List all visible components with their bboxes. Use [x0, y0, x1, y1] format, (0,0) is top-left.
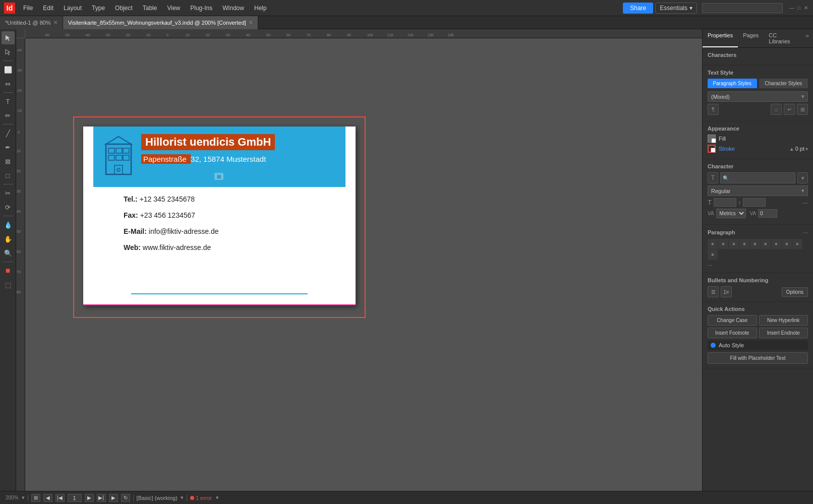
direct-selection-tool[interactable]: [2, 45, 15, 58]
align-justify-center-btn[interactable]: ≡: [761, 239, 771, 249]
new-hyperlink-btn[interactable]: New Hyperlink: [759, 315, 808, 326]
font-size-input[interactable]: [714, 198, 736, 207]
align-justify-left-btn[interactable]: ≡: [750, 239, 760, 249]
menu-file[interactable]: File: [19, 4, 37, 13]
font-search-input[interactable]: [729, 175, 793, 181]
fill-row: Fill: [708, 135, 808, 143]
menu-window[interactable]: Window: [218, 4, 248, 13]
panel-expand-icon[interactable]: »: [801, 29, 813, 47]
align-left-btn[interactable]: ≡: [708, 239, 718, 249]
fit-page-btn[interactable]: ⊞: [31, 494, 40, 502]
menu-layout[interactable]: Layout: [60, 4, 86, 13]
numbering-icon[interactable]: 1≡: [721, 286, 732, 297]
tab-visitenkarte[interactable]: Visitenkarte_85x55mm_Wohnungsverkauf_v3.…: [63, 16, 258, 29]
pencil-tool[interactable]: ✏: [2, 109, 15, 122]
type-tool[interactable]: T: [2, 95, 15, 108]
mode-btn[interactable]: ⬚: [2, 278, 15, 291]
line-tool[interactable]: ╱: [2, 127, 15, 140]
minimize-icon[interactable]: —: [789, 5, 795, 11]
char-size-row: T ↕ ···: [708, 198, 808, 207]
pen-tool[interactable]: ✒: [2, 141, 15, 154]
play-btn[interactable]: ▶: [109, 494, 118, 502]
align-all-btn[interactable]: ≡: [782, 239, 792, 249]
essentials-button[interactable]: Essentials ▾: [655, 3, 697, 14]
menu-plugins[interactable]: Plug-Ins: [186, 4, 216, 13]
error-expand-icon[interactable]: ▾: [216, 494, 219, 501]
page-white[interactable]: Hillorist uendicis GmbH Papenstraße 32, …: [83, 127, 356, 305]
zoom-tool[interactable]: 🔍: [2, 246, 15, 260]
hand-tool[interactable]: ✋: [2, 232, 15, 245]
align-justify-right-btn[interactable]: ≡: [771, 239, 781, 249]
mixed-dropdown[interactable]: (Mixed) ▾: [708, 91, 808, 102]
cc-libraries-tab[interactable]: CC Libraries: [764, 29, 801, 47]
zoom-value[interactable]: 200%: [4, 494, 20, 501]
rectangle-frame-tool[interactable]: ⊠: [2, 155, 15, 168]
font-style-dropdown[interactable]: Regular ▾: [708, 185, 808, 196]
page-number-input[interactable]: [68, 494, 82, 502]
menu-edit[interactable]: Edit: [39, 4, 57, 13]
close-icon[interactable]: ✕: [803, 5, 809, 11]
fill-placeholder-btn[interactable]: Fill with Placeholder Text: [708, 352, 808, 364]
menu-table[interactable]: Table: [139, 4, 161, 13]
stroke-unit-dropdown[interactable]: ▾: [805, 146, 808, 152]
tab-untitled[interactable]: *Untitled-1 @ 80% ✕: [0, 16, 63, 29]
paragraph-styles-btn[interactable]: Paragraph Styles: [708, 79, 757, 88]
eyedropper-tool[interactable]: 💧: [2, 218, 15, 231]
document-area: Hillorist uendicis GmbH Papenstraße 32, …: [25, 38, 702, 491]
para-icon-1[interactable]: ¶: [708, 104, 719, 115]
para-more-icon[interactable]: ···: [803, 229, 808, 236]
fax-line: Fax: +23 456 1234567: [93, 207, 345, 223]
fill-stroke-icon[interactable]: ■: [2, 264, 15, 277]
stroke-swatch[interactable]: [708, 145, 716, 153]
menu-help[interactable]: Help: [250, 4, 271, 13]
tracking-input[interactable]: [758, 209, 777, 218]
stroke-label[interactable]: Stroke: [719, 146, 786, 152]
menu-object[interactable]: Object: [111, 4, 137, 13]
prev-page-btn[interactable]: ◀: [43, 494, 52, 502]
tab-close-icon-active[interactable]: ✕: [249, 20, 253, 25]
properties-tab[interactable]: Properties: [703, 29, 738, 47]
para-icon-2[interactable]: ⌂: [771, 104, 782, 115]
character-styles-btn[interactable]: Character Styles: [759, 79, 808, 88]
first-page-btn[interactable]: |◀: [55, 494, 65, 502]
zoom-dropdown-arrow[interactable]: ▾: [22, 494, 25, 501]
insert-footnote-btn[interactable]: Insert Footnote: [708, 328, 757, 338]
canvas-area[interactable]: -60 -50 -40 -30 -20 -10 0 10 20 30 40 50…: [16, 29, 702, 491]
maximize-icon[interactable]: □: [796, 5, 802, 11]
menu-view[interactable]: View: [163, 4, 184, 13]
tab-close-icon[interactable]: ✕: [53, 20, 57, 25]
style-dropdown-icon[interactable]: ▾: [181, 494, 184, 501]
bullets-options-btn[interactable]: Options: [782, 287, 808, 297]
para-icon-4[interactable]: ⊞: [797, 104, 808, 115]
share-button[interactable]: Share: [623, 3, 653, 14]
leading-input[interactable]: [743, 198, 766, 207]
para-more-dots[interactable]: ···: [708, 262, 713, 269]
bullets-icon[interactable]: ☰: [708, 286, 719, 297]
para-icon-3[interactable]: ↵: [784, 104, 795, 115]
gap-tool[interactable]: ⇔: [2, 77, 15, 90]
align-right-btn[interactable]: ≡: [729, 239, 739, 249]
kerning-select[interactable]: Metrics Optical: [716, 209, 746, 218]
insert-endnote-btn[interactable]: Insert Endnote: [759, 328, 808, 338]
error-status[interactable]: 1 error: [190, 495, 212, 501]
free-transform-tool[interactable]: ⟳: [2, 201, 15, 214]
scissors-tool[interactable]: ✂: [2, 186, 15, 200]
pages-tab[interactable]: Pages: [738, 29, 764, 47]
selection-tool[interactable]: [2, 31, 15, 44]
last-page-btn[interactable]: ▶|: [97, 494, 106, 502]
char-more-icon[interactable]: ···: [802, 199, 808, 207]
page-tool[interactable]: ⬜: [2, 63, 15, 76]
align-justify-btn[interactable]: ≡: [739, 239, 749, 249]
fill-swatch[interactable]: [708, 135, 716, 143]
refresh-btn[interactable]: ↻: [121, 494, 130, 502]
font-dropdown-btn[interactable]: ▾: [797, 172, 808, 183]
rectangle-tool[interactable]: □: [2, 169, 15, 182]
align-stack-btn[interactable]: ≡: [708, 249, 718, 260]
align-force-btn[interactable]: ≡: [792, 239, 802, 249]
next-page-btn[interactable]: ▶: [85, 494, 94, 502]
menu-type[interactable]: Type: [88, 4, 109, 13]
change-case-btn[interactable]: Change Case: [708, 315, 757, 326]
font-search-field[interactable]: 🔍: [720, 172, 795, 183]
search-input[interactable]: [702, 3, 783, 13]
align-center-btn[interactable]: ≡: [718, 239, 728, 249]
